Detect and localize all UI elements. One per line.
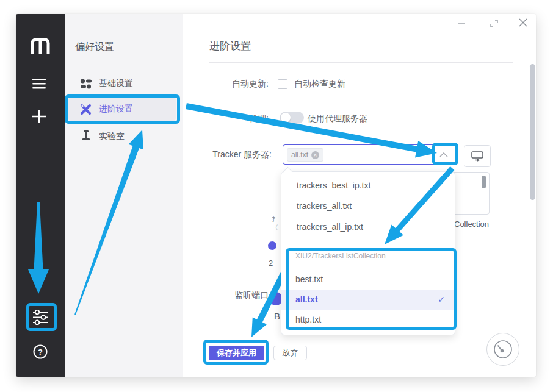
discard-button[interactable]: 放弃: [273, 346, 307, 360]
tracker-server-label: Tracker 服务器:: [179, 149, 272, 160]
text-fragment-2: 〈: [272, 223, 278, 232]
dropdown-option[interactable]: trackers_all_ip.txt: [281, 216, 455, 237]
motrix-logo: [29, 37, 51, 55]
page-title: 进阶设置: [209, 39, 251, 53]
dropdown-divider: [297, 243, 431, 243]
auto-update-label: 自动更新:: [208, 79, 269, 90]
highlight-box-dropdown-group: [286, 248, 457, 330]
sidebar-item-basic-label[interactable]: 基础设置: [99, 78, 133, 89]
tag-label: all.txt: [291, 151, 308, 159]
minimize-button[interactable]: [455, 16, 468, 30]
sidebar-item-lab-label[interactable]: 实验室: [99, 131, 125, 142]
collection-text-fragment: Collection: [454, 219, 489, 229]
add-task-icon[interactable]: [32, 109, 46, 124]
maximize-button[interactable]: [487, 16, 501, 30]
window-scrollbar[interactable]: [530, 64, 535, 200]
highlight-box-chevron: [432, 143, 458, 165]
selected-tracker-tag: all.txt ×: [287, 148, 323, 162]
letter-fragment: B: [274, 311, 280, 321]
title-divider: [209, 62, 513, 63]
number-fragment: 2: [269, 258, 273, 268]
svg-text:?: ?: [38, 347, 43, 357]
text-fragment-1: 扌: [272, 215, 278, 224]
speed-indicator-button[interactable]: [486, 333, 519, 366]
tag-close-icon[interactable]: ×: [311, 151, 319, 159]
proxy-toggle[interactable]: [280, 112, 304, 124]
task-list-icon[interactable]: [32, 79, 46, 89]
auto-update-checkbox-label[interactable]: 自动检查更新: [294, 79, 345, 90]
highlight-box-save-button: [203, 340, 269, 365]
help-icon[interactable]: ?: [33, 344, 48, 359]
highlight-box-preferences-icon: [26, 303, 57, 331]
dropdown-option[interactable]: trackers_all.txt: [281, 196, 455, 216]
prefs-title: 偏好设置: [75, 41, 114, 54]
listen-port-label: 监听端口: [208, 290, 269, 301]
close-button[interactable]: [516, 16, 530, 29]
speedometer-icon: [493, 339, 513, 360]
toggle-knob: [281, 113, 291, 123]
dropdown-option[interactable]: trackers_best_ip.txt: [281, 175, 455, 196]
link-fragment: [268, 241, 276, 250]
highlight-box-advanced-nav: [65, 94, 180, 124]
auto-update-checkbox[interactable]: [278, 79, 287, 89]
proxy-toggle-label[interactable]: 使用代理服务器: [308, 113, 367, 124]
textarea-scrollbar[interactable]: [482, 176, 486, 188]
sync-trackers-button[interactable]: [464, 145, 491, 167]
proxy-label: 代理:: [208, 113, 269, 124]
screenshot-stage: ? 偏好设置 基础设置 进阶设置 实验室 进阶设置 自动更新: 自动检查更新 代…: [0, 0, 553, 392]
tracker-server-select[interactable]: all.txt ×: [283, 144, 458, 165]
